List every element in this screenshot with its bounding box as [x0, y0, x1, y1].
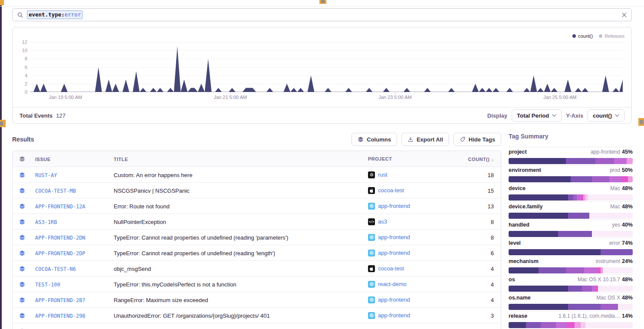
tag-top-value: Mac OS X 10.15.7 — [578, 276, 620, 283]
legend-item-count[interactable]: count() — [572, 33, 593, 39]
tag-bar-segment[interactable] — [618, 304, 633, 310]
project-link[interactable]: cocoa-test — [378, 265, 404, 272]
tag-bar-segment[interactable] — [558, 231, 591, 237]
column-header-label[interactable]: TITLE — [114, 157, 128, 162]
tag-bar-segment[interactable] — [592, 176, 609, 182]
tag-bar-segment[interactable] — [556, 322, 567, 328]
tag-bar-segment[interactable] — [509, 286, 568, 292]
tag-bar-segment[interactable] — [539, 267, 566, 273]
hide-tags-button[interactable]: Hide Tags — [453, 133, 501, 146]
tag-bar-segment[interactable] — [588, 194, 633, 201]
tag-bar-segment[interactable] — [627, 158, 633, 164]
project-link[interactable]: rust — [378, 171, 388, 178]
tag-bar-segment[interactable] — [568, 304, 600, 310]
tag-bar-segment[interactable] — [509, 213, 568, 219]
chart-x-axis: Jan 19 5:00 AMJan 21 5:00 AMJan 23 5:00 … — [30, 95, 623, 102]
tag-bar-segment[interactable] — [609, 176, 622, 182]
issue-link[interactable]: APP-FRONTEND-12A — [35, 204, 85, 210]
tag-bar-segment[interactable] — [598, 286, 633, 292]
search-token[interactable]: event.type:error — [27, 10, 82, 19]
project-link[interactable]: as3 — [378, 218, 387, 225]
tag-bar-segment[interactable] — [509, 194, 568, 201]
tag-bar-segment[interactable] — [571, 176, 592, 182]
issue-link[interactable]: APP-FRONTEND-298 — [35, 313, 85, 319]
project-link[interactable]: app-frontend — [378, 203, 410, 209]
tag-bar-segment[interactable] — [526, 322, 541, 328]
tag-bar-segment[interactable] — [566, 267, 585, 273]
issue-link[interactable]: TEST-100 — [35, 282, 60, 288]
tag-bar-segment[interactable] — [589, 213, 633, 219]
issue-link[interactable]: APP-FRONTEND-2DP — [35, 250, 85, 257]
tag-bar-segment[interactable] — [509, 176, 571, 182]
search-bar[interactable]: event.type:error — [12, 8, 632, 21]
tag-bar-segment[interactable] — [601, 304, 618, 310]
tag-bar-segment[interactable] — [568, 194, 573, 201]
stack-icon[interactable] — [19, 188, 25, 194]
project-link[interactable]: cocoa-test — [378, 187, 404, 194]
tag-bar-segment[interactable] — [621, 176, 628, 182]
tag-bar-segment[interactable] — [509, 158, 566, 164]
tag-bar-segment[interactable] — [592, 231, 633, 237]
column-header-label[interactable]: ISSUE — [35, 157, 51, 162]
issue-link[interactable]: APP-FRONTEND-2DN — [35, 235, 85, 241]
project-cell: app-frontend — [365, 234, 459, 241]
tag-bar-segment[interactable] — [566, 158, 596, 164]
project-link[interactable]: app-frontend — [378, 296, 410, 303]
stack-icon[interactable] — [19, 250, 25, 256]
count-cell: 4 — [459, 296, 501, 304]
tag-bar-segment[interactable] — [509, 304, 568, 310]
tag-bar-segment[interactable] — [581, 322, 585, 328]
tag-bar-segment[interactable] — [614, 158, 627, 164]
project-link[interactable]: app-frontend — [378, 234, 410, 240]
stack-icon[interactable] — [19, 172, 25, 178]
tag-bar-segment[interactable] — [628, 176, 633, 182]
tag-bar-segment[interactable] — [567, 322, 574, 328]
code-glyph: </> — [369, 220, 375, 224]
display-dropdown[interactable]: Total Period — [512, 109, 562, 122]
chart-plot-area[interactable] — [30, 42, 623, 92]
tag-bar-segment[interactable] — [509, 231, 558, 237]
tag-top-percent: 50% — [622, 167, 633, 173]
stack-icon[interactable] — [19, 219, 25, 225]
legend-item-Releases[interactable]: Releases — [599, 33, 624, 39]
tag-bar-segment[interactable] — [595, 158, 614, 164]
tag-bar-segment[interactable] — [582, 286, 592, 292]
stack-icon[interactable] — [19, 297, 25, 303]
issue-link[interactable]: RUST-AY — [35, 172, 57, 178]
tag-bar-segment[interactable] — [584, 267, 597, 273]
project-link[interactable]: app-frontend — [378, 250, 410, 256]
tag-bar-segment[interactable] — [585, 322, 633, 328]
tag-bar-segment[interactable] — [577, 194, 581, 201]
tag-bar-segment[interactable] — [541, 322, 555, 328]
tag-bar-segment[interactable] — [603, 267, 633, 273]
tag-bar-segment[interactable] — [509, 267, 539, 273]
issue-cell: COCOA-TEST-MB — [32, 187, 110, 194]
tag-bar-segment[interactable] — [509, 249, 601, 255]
close-icon[interactable] — [621, 12, 627, 18]
issue-link[interactable]: AS3-1RB — [35, 219, 57, 225]
columns-button[interactable]: Columns — [352, 133, 397, 146]
project-link[interactable]: app-frontend — [378, 312, 410, 319]
issue-link[interactable]: COCOA-TEST-MB — [35, 188, 76, 194]
column-header-label[interactable]: COUNT() ↓ — [468, 157, 494, 162]
project-link[interactable]: react-demo — [378, 281, 407, 287]
tag-bar-segment[interactable] — [601, 249, 633, 255]
tag-bar-segment[interactable] — [592, 286, 596, 292]
tag-bar-segment[interactable] — [568, 213, 589, 219]
issue-link[interactable]: APP-FRONTEND-2B7 — [35, 297, 85, 303]
stack-icon[interactable] — [19, 203, 25, 209]
tag-bar-segment[interactable] — [509, 322, 526, 328]
stack-icon[interactable] — [19, 281, 25, 287]
tag-bar-segment[interactable] — [568, 286, 582, 292]
column-header-label[interactable]: PROJECT — [368, 156, 392, 161]
export-all-button[interactable]: Export All — [401, 133, 449, 146]
tag-bar-segment[interactable] — [575, 322, 581, 328]
stack-icon[interactable] — [19, 313, 25, 319]
yaxis-dropdown[interactable]: count() — [588, 109, 624, 122]
stack-icon[interactable] — [19, 266, 25, 272]
tag-bar-segment[interactable] — [573, 194, 577, 201]
stack-icon[interactable] — [19, 234, 25, 240]
tag-bar-segment[interactable] — [597, 267, 601, 273]
total-events: Total Events127 — [20, 112, 66, 119]
issue-link[interactable]: COCOA-TEST-N6 — [35, 266, 76, 272]
